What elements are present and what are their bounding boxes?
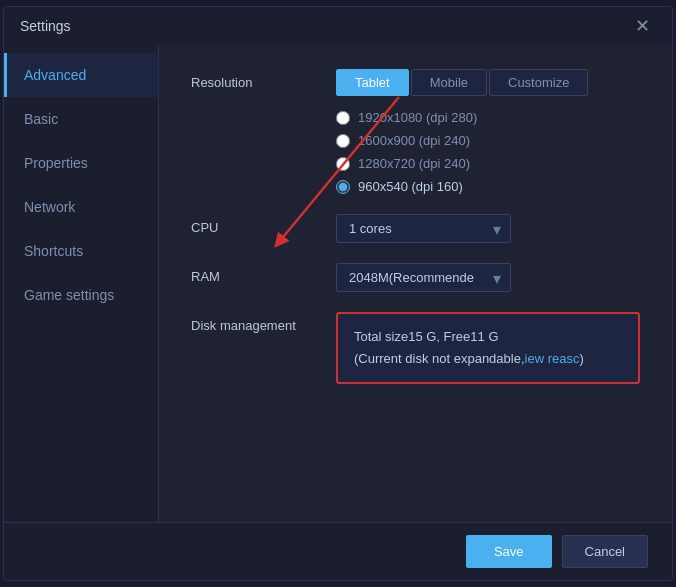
settings-dialog: Settings ✕ Advanced Basic Properties Net…: [3, 6, 673, 581]
sidebar-item-game-settings-label: Game settings: [24, 287, 114, 303]
disk-reason-link[interactable]: iew reasc: [525, 351, 580, 366]
resolution-radio-1920[interactable]: [336, 111, 350, 125]
disk-row: Disk management Total size15 G, Free11 G…: [191, 312, 640, 384]
tab-mobile[interactable]: Mobile: [411, 69, 487, 96]
disk-label: Disk management: [191, 312, 336, 333]
save-button[interactable]: Save: [466, 535, 552, 568]
ram-select[interactable]: 1024M 2048M(Recommended) 4096M 8192M: [336, 263, 511, 292]
resolution-radio-1280[interactable]: [336, 157, 350, 171]
sidebar-item-properties-label: Properties: [24, 155, 88, 171]
sidebar-item-advanced[interactable]: Advanced: [4, 53, 158, 97]
tab-customize[interactable]: Customize: [489, 69, 588, 96]
cpu-label: CPU: [191, 214, 336, 235]
dialog-title: Settings: [20, 18, 71, 34]
resolution-option-1280[interactable]: 1280x720 (dpi 240): [336, 156, 640, 171]
disk-box: Total size15 G, Free11 G (Current disk n…: [336, 312, 640, 384]
sidebar-item-basic[interactable]: Basic: [4, 97, 158, 141]
dialog-content: Advanced Basic Properties Network Shortc…: [4, 45, 672, 522]
cpu-content: 1 cores 2 cores 4 cores 8 cores: [336, 214, 640, 243]
sidebar-item-properties[interactable]: Properties: [4, 141, 158, 185]
resolution-radio-1600[interactable]: [336, 134, 350, 148]
sidebar-item-shortcuts-label: Shortcuts: [24, 243, 83, 259]
resolution-label-1920: 1920x1080 (dpi 280): [358, 110, 477, 125]
cpu-select-wrapper: 1 cores 2 cores 4 cores 8 cores: [336, 214, 511, 243]
resolution-option-1600[interactable]: 1600x900 (dpi 240): [336, 133, 640, 148]
resolution-tabs: Tablet Mobile Customize: [336, 69, 640, 96]
title-bar: Settings ✕: [4, 7, 672, 45]
dialog-footer: Save Cancel: [4, 522, 672, 580]
main-panel: Resolution Tablet Mobile Customize 1920x…: [159, 45, 672, 522]
close-button[interactable]: ✕: [629, 15, 656, 37]
resolution-label: Resolution: [191, 69, 336, 90]
resolution-row: Resolution Tablet Mobile Customize 1920x…: [191, 69, 640, 194]
sidebar-item-network-label: Network: [24, 199, 75, 215]
resolution-option-960[interactable]: 960x540 (dpi 160): [336, 179, 640, 194]
resolution-radio-960[interactable]: [336, 180, 350, 194]
resolution-label-1600: 1600x900 (dpi 240): [358, 133, 470, 148]
sidebar-item-shortcuts[interactable]: Shortcuts: [4, 229, 158, 273]
sidebar-item-basic-label: Basic: [24, 111, 58, 127]
cpu-row: CPU 1 cores 2 cores 4 cores 8 cores: [191, 214, 640, 243]
disk-note-prefix: (Current disk not expandable,: [354, 351, 525, 366]
sidebar-item-network[interactable]: Network: [4, 185, 158, 229]
tab-tablet[interactable]: Tablet: [336, 69, 409, 96]
cpu-select[interactable]: 1 cores 2 cores 4 cores 8 cores: [336, 214, 511, 243]
cancel-button[interactable]: Cancel: [562, 535, 648, 568]
resolution-label-960: 960x540 (dpi 160): [358, 179, 463, 194]
ram-label: RAM: [191, 263, 336, 284]
resolution-option-1920[interactable]: 1920x1080 (dpi 280): [336, 110, 640, 125]
resolution-label-1280: 1280x720 (dpi 240): [358, 156, 470, 171]
ram-select-wrapper: 1024M 2048M(Recommended) 4096M 8192M: [336, 263, 511, 292]
disk-note-suffix: ): [579, 351, 583, 366]
disk-content: Total size15 G, Free11 G (Current disk n…: [336, 312, 640, 384]
sidebar: Advanced Basic Properties Network Shortc…: [4, 45, 159, 522]
disk-note: (Current disk not expandable,iew reasc): [354, 348, 622, 370]
ram-content: 1024M 2048M(Recommended) 4096M 8192M: [336, 263, 640, 292]
disk-total: Total size15 G, Free11 G: [354, 326, 622, 348]
resolution-options: 1920x1080 (dpi 280) 1600x900 (dpi 240) 1…: [336, 110, 640, 194]
sidebar-item-advanced-label: Advanced: [24, 67, 86, 83]
resolution-content: Tablet Mobile Customize 1920x1080 (dpi 2…: [336, 69, 640, 194]
sidebar-item-game-settings[interactable]: Game settings: [4, 273, 158, 317]
ram-row: RAM 1024M 2048M(Recommended) 4096M 8192M: [191, 263, 640, 292]
